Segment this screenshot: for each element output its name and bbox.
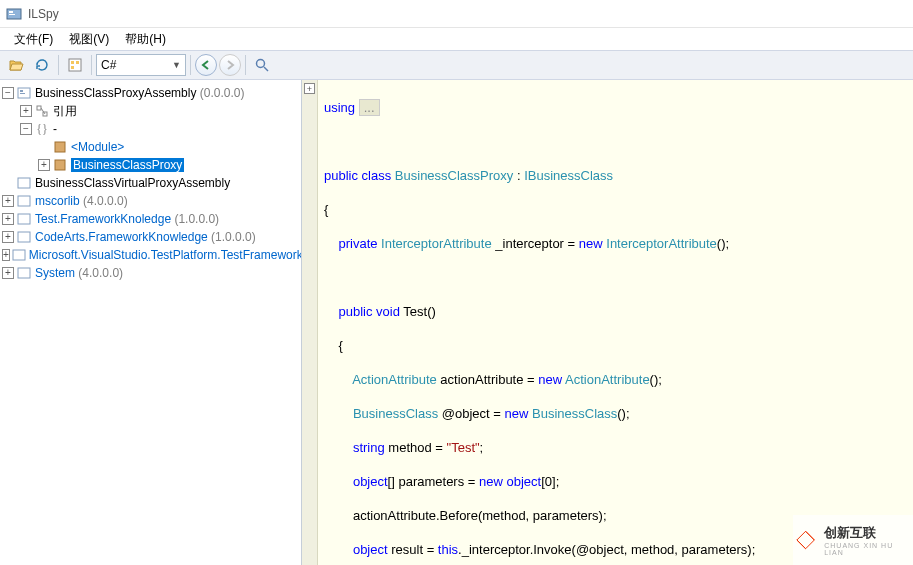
svg-rect-5: [76, 61, 79, 64]
menu-file[interactable]: 文件(F): [6, 29, 61, 50]
menu-view[interactable]: 视图(V): [61, 29, 117, 50]
svg-rect-15: [55, 142, 65, 152]
assembly-list-button[interactable]: [63, 53, 87, 77]
svg-line-8: [264, 67, 268, 71]
tree-node-proxy-class[interactable]: + BusinessClassProxy: [36, 156, 301, 174]
assembly-icon: [16, 193, 32, 209]
toolbar-separator: [245, 55, 246, 75]
namespace-icon: {}: [34, 121, 50, 137]
toolbar-separator: [190, 55, 191, 75]
nav-forward-button[interactable]: [219, 54, 241, 76]
main-area: − BusinessClassProxyAssembly (0.0.0.0) +…: [0, 80, 913, 565]
svg-rect-11: [20, 93, 25, 94]
tree-node-module[interactable]: <Module>: [36, 138, 301, 156]
tree-node-system[interactable]: + System (4.0.0.0): [0, 264, 301, 282]
expander-plus-icon[interactable]: +: [20, 105, 32, 117]
expander-plus-icon[interactable]: +: [38, 159, 50, 171]
window-title: ILSpy: [28, 7, 59, 21]
open-button[interactable]: [4, 53, 28, 77]
class-icon: [52, 139, 68, 155]
assembly-icon: [12, 247, 26, 263]
tree-node-codearts[interactable]: + CodeArts.FrameworkKnowledge (1.0.0.0): [0, 228, 301, 246]
assembly-tree[interactable]: − BusinessClassProxyAssembly (0.0.0.0) +…: [0, 80, 302, 565]
code-content: using ... public class BusinessClassProx…: [320, 80, 913, 565]
tree-node-assembly[interactable]: − BusinessClassProxyAssembly (0.0.0.0): [0, 84, 301, 102]
expander-plus-icon[interactable]: +: [2, 195, 14, 207]
svg-rect-19: [18, 214, 30, 224]
expander-plus-icon[interactable]: +: [2, 249, 10, 261]
svg-rect-20: [18, 232, 30, 242]
svg-point-7: [257, 60, 265, 68]
menubar: 文件(F) 视图(V) 帮助(H): [0, 28, 913, 50]
toolbar-separator: [91, 55, 92, 75]
tree-node-mstest[interactable]: + Microsoft.VisualStudio.TestPlatform.Te…: [0, 246, 301, 264]
svg-rect-21: [13, 250, 25, 260]
svg-rect-18: [18, 196, 30, 206]
assembly-icon: [16, 265, 32, 281]
assembly-icon: [16, 85, 32, 101]
assembly-icon: [16, 211, 32, 227]
svg-rect-2: [9, 14, 15, 15]
expander-minus-icon[interactable]: −: [20, 123, 32, 135]
references-icon: [34, 103, 50, 119]
search-button[interactable]: [250, 53, 274, 77]
code-gutter: +: [302, 80, 318, 565]
expander-minus-icon[interactable]: −: [2, 87, 14, 99]
expander-plus-icon[interactable]: +: [2, 213, 14, 225]
svg-rect-16: [55, 160, 65, 170]
tree-node-testfw[interactable]: + Test.FrameworkKnoledge (1.0.0.0): [0, 210, 301, 228]
tree-node-references[interactable]: + 引用: [18, 102, 301, 120]
app-icon: [6, 6, 22, 22]
tree-node-namespace[interactable]: − {} -: [18, 120, 301, 138]
nav-back-button[interactable]: [195, 54, 217, 76]
language-label: C#: [101, 58, 116, 72]
toolbar-separator: [58, 55, 59, 75]
svg-rect-10: [20, 90, 23, 92]
svg-rect-17: [18, 178, 30, 188]
svg-rect-4: [71, 61, 74, 64]
svg-rect-6: [71, 66, 74, 69]
tree-node-mscorlib[interactable]: + mscorlib (4.0.0.0): [0, 192, 301, 210]
expander-plus-icon[interactable]: +: [2, 267, 14, 279]
class-icon: [52, 157, 68, 173]
svg-rect-1: [9, 11, 13, 13]
refresh-button[interactable]: [30, 53, 54, 77]
language-select[interactable]: C# ▼: [96, 54, 186, 76]
menu-help[interactable]: 帮助(H): [117, 29, 174, 50]
svg-rect-3: [69, 59, 81, 71]
svg-rect-12: [37, 106, 41, 110]
chevron-down-icon: ▼: [172, 60, 181, 70]
fold-plus-icon[interactable]: +: [304, 83, 315, 94]
tree-node-virtual-assembly[interactable]: BusinessClassVirtualProxyAssembly: [0, 174, 301, 192]
titlebar: ILSpy: [0, 0, 913, 28]
expander-plus-icon[interactable]: +: [2, 231, 14, 243]
toolbar: C# ▼: [0, 50, 913, 80]
code-view[interactable]: + using ... public class BusinessClassPr…: [302, 80, 913, 565]
svg-rect-22: [18, 268, 30, 278]
assembly-icon: [16, 229, 32, 245]
assembly-icon: [16, 175, 32, 191]
